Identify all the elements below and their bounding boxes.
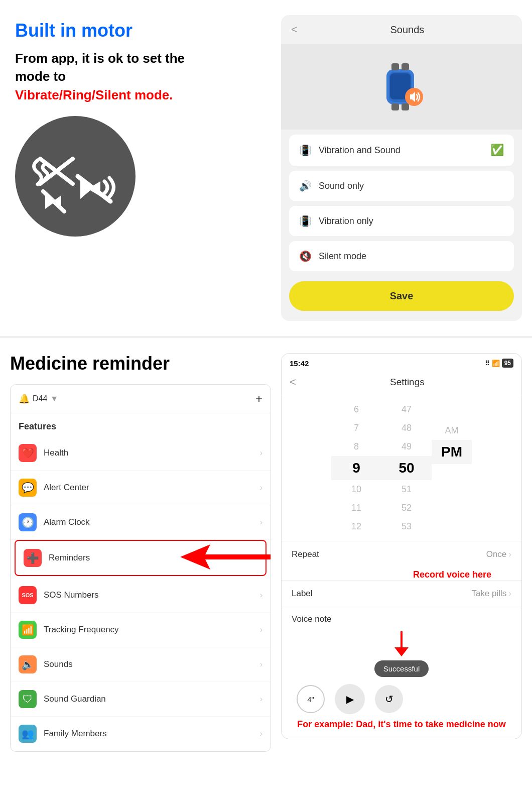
am-option: AM — [432, 400, 472, 440]
hour-11: 11 — [331, 499, 381, 517]
min-52: 52 — [381, 499, 432, 517]
repeat-value: Once › — [486, 549, 511, 559]
voice-note-section: Voice note Successful 4" ▶ ↺ For example… — [282, 607, 521, 739]
phone-status-bar: 15:42 ⠿ 📶 95 — [282, 354, 521, 371]
vibration-sound-label: Vibration and Sound — [319, 145, 401, 156]
svg-rect-13 — [391, 103, 399, 110]
phone-screen: 15:42 ⠿ 📶 95 < Settings 6 7 8 9 — [281, 353, 522, 739]
silent-mode-icon: 🔇 — [299, 250, 312, 262]
right-panel-bottom: 15:42 ⠿ 📶 95 < Settings 6 7 8 9 — [281, 353, 522, 739]
record-voice-annotation-container: Record voice here — [282, 568, 521, 580]
menu-item-alarm[interactable]: 🕐 Alarm Clock › — [11, 505, 271, 540]
highlight-text: Vibrate/Ring/Silent mode. — [15, 87, 173, 102]
dropdown-icon: ▼ — [50, 394, 58, 403]
pm-option-selected: PM — [432, 440, 472, 464]
sos-chevron: › — [260, 591, 262, 600]
hour-8: 8 — [331, 437, 381, 456]
guardian-label: Sound Guardian — [44, 694, 253, 704]
sound-options-list: 📳 Vibration and Sound ✅ 🔊 Sound only 📳 V… — [281, 135, 522, 271]
min-53: 53 — [381, 517, 432, 536]
svg-rect-11 — [391, 63, 399, 70]
option-silent-mode[interactable]: 🔇 Silent mode — [289, 241, 514, 271]
sos-label: SOS Numbers — [44, 590, 253, 600]
family-chevron: › — [260, 729, 262, 738]
ampm-spacer — [432, 464, 472, 472]
option-vibration-only[interactable]: 📳 Vibration only — [289, 206, 514, 236]
hour-7: 7 — [331, 419, 381, 437]
hour-9-selected: 9 — [331, 456, 381, 480]
device-name: 🔔 D44 ▼ — [19, 393, 58, 404]
menu-item-tracking[interactable]: 📶 Tracking Frequency › — [11, 613, 271, 647]
repeat-chevron: › — [508, 549, 511, 559]
vibrate-icon-circle — [15, 116, 136, 237]
vibrate-icon-svg — [30, 131, 120, 221]
time-picker[interactable]: 6 7 8 9 10 11 12 47 48 49 50 51 52 53 — [282, 395, 521, 541]
save-button[interactable]: Save — [289, 281, 514, 311]
voice-controls: 4" ▶ ↺ — [292, 684, 511, 714]
features-heading: Features — [11, 413, 271, 436]
duration-badge: 4" — [297, 685, 325, 713]
settings-back-button[interactable]: < — [290, 376, 296, 389]
option-vibration-sound[interactable]: 📳 Vibration and Sound ✅ — [289, 135, 514, 166]
minute-column[interactable]: 47 48 49 50 51 52 53 — [381, 400, 432, 536]
alarm-icon: 🕐 — [19, 513, 37, 531]
tracking-label: Tracking Frequency — [44, 625, 253, 635]
guardian-icon: 🛡 — [19, 690, 37, 708]
family-icon: 👥 — [19, 725, 37, 743]
ampm-column[interactable]: AM PM — [432, 400, 472, 536]
sos-icon: SOS — [19, 586, 37, 604]
red-arrow-down-svg — [391, 631, 412, 656]
sounds-chevron: › — [260, 660, 262, 669]
label-row-label: Label — [292, 589, 313, 599]
menu-item-sos[interactable]: SOS SOS Numbers › — [11, 578, 271, 613]
svg-marker-19 — [394, 647, 409, 656]
silent-mode-label: Silent mode — [319, 251, 366, 262]
check-icon: ✅ — [490, 144, 504, 157]
bottom-section: Medicine reminder 🔔 D44 ▼ + Features ❤️ … — [0, 343, 532, 767]
sounds-back-button[interactable]: < — [291, 23, 298, 36]
red-arrow-down-container — [292, 631, 511, 658]
sound-only-icon: 🔊 — [299, 180, 312, 192]
top-section: Built in motor From app, it is ok to set… — [0, 0, 532, 331]
label-row[interactable]: Label Take pills › — [282, 580, 521, 607]
alert-icon: 💬 — [19, 479, 37, 497]
option-sound-only[interactable]: 🔊 Sound only — [289, 171, 514, 201]
alarm-label: Alarm Clock — [44, 517, 253, 527]
add-button[interactable]: + — [255, 392, 262, 406]
menu-item-alert[interactable]: 💬 Alert Center › — [11, 471, 271, 505]
successful-badge: Successful — [374, 660, 429, 677]
status-time: 15:42 — [290, 359, 309, 368]
hour-10: 10 — [331, 480, 381, 499]
min-47: 47 — [381, 400, 432, 419]
alert-label: Alert Center — [44, 483, 253, 493]
left-panel-bottom: Medicine reminder 🔔 D44 ▼ + Features ❤️ … — [10, 353, 271, 752]
play-button[interactable]: ▶ — [335, 684, 365, 714]
menu-item-sounds[interactable]: 🔈 Sounds › — [11, 647, 271, 682]
signal-icon: ⠿ — [485, 360, 490, 367]
settings-title: Settings — [301, 377, 513, 388]
watch-sound-icon — [374, 59, 429, 115]
repeat-row[interactable]: Repeat Once › — [282, 541, 521, 568]
app-screen: 🔔 D44 ▼ + Features ❤️ Health › 💬 Alert C… — [10, 384, 271, 752]
label-value-text: Take pills — [471, 589, 506, 599]
min-49: 49 — [381, 437, 432, 456]
sound-only-label: Sound only — [319, 181, 364, 191]
watch-icon-container — [281, 44, 522, 130]
health-label: Health — [44, 448, 253, 458]
svg-rect-12 — [402, 63, 409, 70]
replay-button[interactable]: ↺ — [375, 685, 403, 713]
desc-line2: mode to — [15, 69, 66, 84]
menu-item-family[interactable]: 👥 Family Members › — [11, 717, 271, 751]
alarm-chevron: › — [260, 518, 262, 527]
hour-column[interactable]: 6 7 8 9 10 11 12 — [331, 400, 381, 536]
min-50-selected: 50 — [381, 456, 432, 480]
sounds-title: Sounds — [303, 24, 512, 36]
reminder-icon: ➕ — [24, 549, 42, 567]
hour-12: 12 — [331, 517, 381, 536]
sounds-header: < Sounds — [281, 15, 522, 44]
menu-item-health[interactable]: ❤️ Health › — [11, 436, 271, 471]
description-text: From app, it is ok to set the mode to Vi… — [15, 49, 266, 104]
menu-item-guardian[interactable]: 🛡 Sound Guardian › — [11, 682, 271, 717]
label-chevron: › — [508, 589, 511, 599]
alert-chevron: › — [260, 483, 262, 492]
